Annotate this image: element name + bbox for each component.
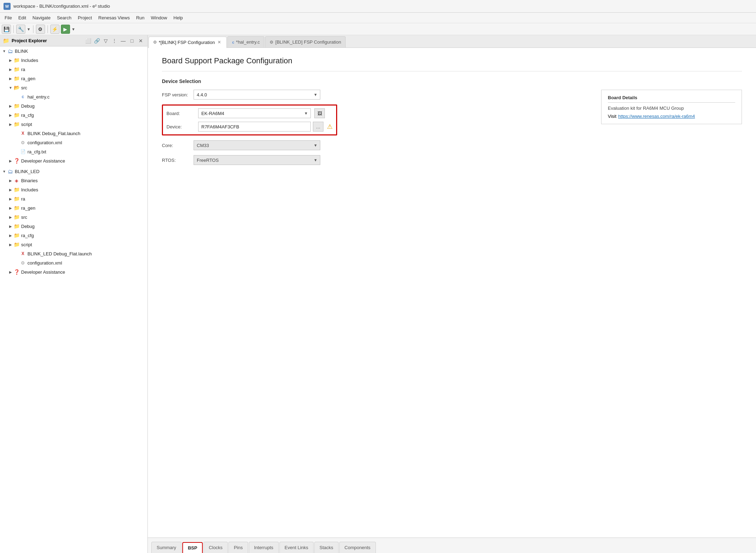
blink-debug[interactable]: ▶ 📁 Debug — [0, 101, 147, 110]
tab-pins[interactable]: Pins — [228, 542, 248, 553]
rtos-dropdown[interactable]: FreeRTOS ▼ — [194, 155, 320, 165]
save-button[interactable]: 💾 — [2, 25, 11, 34]
tab-blink-fsp-config[interactable]: ⚙ *[BLINK] FSP Configuration ✕ — [149, 37, 227, 48]
menu-renesas-views[interactable]: Renesas Views — [95, 14, 132, 21]
tab-summary[interactable]: Summary — [151, 542, 182, 553]
core-label: Core: — [162, 143, 194, 148]
board-row: Board: EK-RA6M4 ▼ — [166, 108, 333, 118]
menu-project[interactable]: Project — [75, 14, 95, 21]
board-details-visit-label: Visit — [608, 114, 616, 119]
tab-stacks[interactable]: Stacks — [314, 542, 339, 553]
board-dropdown[interactable]: EK-RA6M4 ▼ — [198, 108, 311, 118]
toolbar-dropdown-arrow-1[interactable]: ▼ — [27, 27, 31, 31]
blink-debug-flat[interactable]: X BLINK Debug_Flat.launch — [0, 129, 147, 138]
board-device-highlight-group: Board: EK-RA6M4 ▼ — [162, 104, 577, 135]
blink-led-src[interactable]: ▶ 📁 src — [0, 212, 147, 222]
bottom-tabs-bar: Summary BSP Clocks Pins Interrupts Event… — [148, 538, 756, 553]
blink-led-label: BLINK_LED — [15, 169, 39, 174]
tab-bsp[interactable]: BSP — [182, 542, 203, 553]
toolbar-separator-1 — [13, 25, 14, 33]
blink-led-debug[interactable]: ▶ 📁 Debug — [0, 222, 147, 231]
led-debug-flat-chevron — [14, 251, 20, 256]
core-dropdown[interactable]: CM33 ▼ — [194, 140, 320, 150]
menu-navigate[interactable]: Navigate — [30, 14, 53, 21]
tab-hal-entry[interactable]: c *hal_entry.c — [227, 36, 264, 47]
device-browse-button[interactable]: … — [313, 122, 323, 132]
blink-led-developer-assistance[interactable]: ▶ ❓ Developer Assistance — [0, 267, 147, 276]
blink-led-chevron: ▼ — [1, 169, 7, 174]
menu-search[interactable]: Search — [54, 14, 74, 21]
blink-config-xml-chevron — [14, 140, 20, 145]
toolbar-debug-button[interactable]: ⚡ — [50, 25, 59, 34]
binaries-chevron: ▶ — [8, 178, 13, 183]
blink-script[interactable]: ▶ 📁 script — [0, 120, 147, 129]
link-editor-button[interactable]: 🔗 — [93, 37, 101, 45]
blink-dev-assist-label: Developer Assistance — [21, 158, 65, 164]
maximize-button[interactable]: □ — [128, 37, 136, 45]
device-section-title: Device Selection — [162, 78, 742, 84]
blink-developer-assistance[interactable]: ▶ ❓ Developer Assistance — [0, 156, 147, 165]
title-bar: W workspace - BLINK/configuration.xml - … — [0, 0, 756, 13]
led-ra-label: ra — [21, 196, 25, 202]
tab-blink-led-fsp-config[interactable]: ⚙ [BLINK_LED] FSP Configuration — [265, 36, 346, 47]
debug-label: Debug — [21, 103, 34, 109]
collapse-all-button[interactable]: ⬜ — [84, 37, 92, 45]
blink-ra-cfg-txt[interactable]: 📄 ra_cfg.txt — [0, 147, 147, 156]
blink-ra-gen[interactable]: ▶ 📁 ra_gen — [0, 74, 147, 83]
menu-run[interactable]: Run — [133, 14, 147, 21]
ra-gen-chevron: ▶ — [8, 76, 13, 81]
blink-led-ra-cfg[interactable]: ▶ 📁 ra_cfg — [0, 231, 147, 240]
menu-file[interactable]: File — [2, 14, 15, 21]
led-includes-label: Includes — [21, 187, 38, 192]
core-select[interactable]: CM33 — [194, 140, 320, 150]
blink-ra-cfg[interactable]: ▶ 📁 ra_cfg — [0, 110, 147, 120]
tab-event-links[interactable]: Event Links — [279, 542, 314, 553]
minimize-button[interactable]: — — [119, 37, 127, 45]
tab-clocks[interactable]: Clocks — [203, 542, 228, 553]
led-config-xml-icon: ⚙ — [20, 260, 26, 266]
tab-blink-close-icon[interactable]: ✕ — [216, 39, 222, 45]
rtos-select[interactable]: FreeRTOS — [194, 155, 320, 165]
menu-help[interactable]: Help — [171, 14, 186, 21]
blink-includes[interactable]: ▶ 📁 Includes — [0, 56, 147, 65]
fsp-version-dropdown[interactable]: 4.4.0 ▼ — [194, 90, 320, 100]
project-blink-led[interactable]: ▼ 🗂 BLINK_LED — [0, 167, 147, 176]
project-blink[interactable]: ▼ 🗂 BLINK — [0, 46, 147, 56]
board-details-link[interactable]: https://www.renesas.com/ra/ek-ra6m4 — [618, 114, 695, 119]
blink-src[interactable]: ▼ 📂 src — [0, 83, 147, 92]
hal-entry-chevron — [14, 94, 20, 100]
view-menu-button[interactable]: ⋮ — [111, 37, 118, 45]
script-chevron: ▶ — [8, 121, 13, 127]
toolbar-run-button[interactable]: ▶ — [61, 25, 70, 34]
blink-led-script[interactable]: ▶ 📁 script — [0, 240, 147, 249]
device-input[interactable] — [198, 122, 311, 132]
includes-chevron: ▶ — [8, 57, 13, 63]
menu-edit[interactable]: Edit — [15, 14, 29, 21]
blink-led-ra[interactable]: ▶ 📁 ra — [0, 194, 147, 203]
toolbar-settings-button[interactable]: ⚙ — [36, 25, 45, 34]
blink-ra[interactable]: ▶ 📁 ra — [0, 65, 147, 74]
blink-led-ra-gen[interactable]: ▶ 📁 ra_gen — [0, 203, 147, 212]
blink-hal-entry[interactable]: c hal_entry.c — [0, 92, 147, 101]
toolbar-separator-2 — [33, 25, 33, 33]
blink-led-debug-flat[interactable]: X BLINK_LED Debug_Flat.launch — [0, 249, 147, 258]
fsp-version-select[interactable]: 4.4.0 — [194, 90, 320, 100]
blink-led-includes[interactable]: ▶ 📁 Includes — [0, 185, 147, 194]
filter-button[interactable]: ▽ — [102, 37, 109, 45]
board-new-button[interactable]: 🖼 — [314, 108, 325, 118]
blink-config-xml[interactable]: ⚙ configuration.xml — [0, 138, 147, 147]
blink-led-binaries[interactable]: ▶ ◈ Binaries — [0, 176, 147, 185]
led-debug-chevron: ▶ — [8, 223, 13, 229]
toolbar-build-button[interactable]: 🔧 — [16, 25, 25, 34]
tab-components[interactable]: Components — [339, 542, 376, 553]
app-icon: W — [4, 3, 11, 10]
close-explorer-button[interactable]: ✕ — [137, 37, 145, 45]
toolbar-dropdown-arrow-2[interactable]: ▼ — [71, 27, 75, 31]
blink-led-config-xml[interactable]: ⚙ configuration.xml — [0, 258, 147, 267]
board-select[interactable]: EK-RA6M4 — [198, 108, 311, 118]
led-ra-gen-label: ra_gen — [21, 205, 35, 211]
menu-window[interactable]: Window — [148, 14, 170, 21]
tab-interrupts[interactable]: Interrupts — [249, 542, 279, 553]
board-control: EK-RA6M4 ▼ 🖼 — [198, 108, 325, 118]
tab-blink-label: *[BLINK] FSP Configuration — [159, 40, 215, 45]
